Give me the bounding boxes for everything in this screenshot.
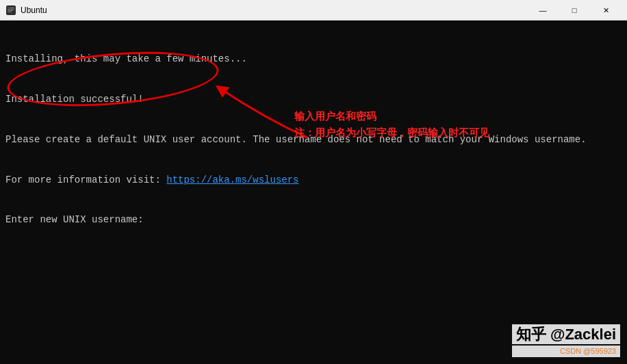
watermark-main: 知乎 @Zacklei — [512, 324, 620, 344]
svg-rect-3 — [8, 9, 14, 10]
terminal-output: Installing, this may take a few minutes.… — [5, 26, 622, 254]
app-icon — [5, 5, 16, 16]
close-button[interactable]: ✕ — [590, 0, 622, 21]
restore-button[interactable]: □ — [559, 0, 590, 21]
terminal-line-3: Please create a default UNIX user accoun… — [5, 133, 622, 147]
window: Ubuntu — □ ✕ Installing, this may take a… — [0, 0, 627, 364]
terminal-line-5: Enter new UNIX username: — [5, 213, 622, 227]
watermark: 知乎 @Zacklei CSDN @595923 — [512, 324, 620, 357]
terminal-line-4: For more information visit: https://aka.… — [5, 174, 622, 187]
window-controls: — □ ✕ — [527, 0, 622, 20]
watermark-sub: CSDN @595923 — [512, 346, 620, 357]
svg-rect-1 — [8, 8, 9, 8]
info-link: https://aka.ms/wslusers — [166, 174, 298, 185]
terminal-body[interactable]: Installing, this may take a few minutes.… — [0, 21, 627, 364]
titlebar: Ubuntu — □ ✕ — [0, 0, 627, 21]
svg-rect-2 — [10, 8, 14, 8]
window-title: Ubuntu — [21, 5, 527, 15]
terminal-line-1: Installing, this may take a few minutes.… — [5, 53, 622, 66]
svg-rect-4 — [8, 10, 13, 11]
svg-rect-5 — [8, 12, 12, 12]
minimize-button[interactable]: — — [527, 0, 559, 21]
terminal-line-2: Installation successful! — [5, 93, 622, 107]
